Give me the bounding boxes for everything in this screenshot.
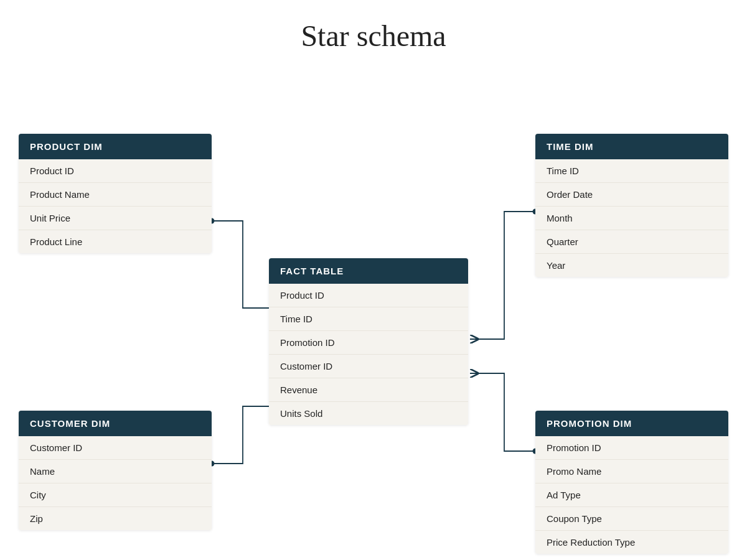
table-row: Time ID bbox=[269, 307, 468, 331]
time-dim-header: TIME DIM bbox=[535, 134, 728, 159]
table-row: Customer ID bbox=[19, 436, 212, 460]
table-row: Promo Name bbox=[535, 460, 728, 483]
table-row: Customer ID bbox=[269, 355, 468, 378]
table-row: Quarter bbox=[535, 230, 728, 254]
table-row: Month bbox=[535, 207, 728, 230]
table-row: Zip bbox=[19, 507, 212, 530]
promotion-dim-body: Promotion ID Promo Name Ad Type Coupon T… bbox=[535, 436, 728, 554]
table-row: Promotion ID bbox=[269, 331, 468, 355]
fact-table-header: FACT TABLE bbox=[269, 258, 468, 284]
table-row: Product ID bbox=[19, 159, 212, 183]
fact-table: FACT TABLE Product ID Time ID Promotion … bbox=[269, 258, 468, 425]
time-dim-table: TIME DIM Time ID Order Date Month Quarte… bbox=[535, 134, 728, 277]
table-row: Name bbox=[19, 460, 212, 483]
fact-table-body: Product ID Time ID Promotion ID Customer… bbox=[269, 284, 468, 425]
time-dim-body: Time ID Order Date Month Quarter Year bbox=[535, 159, 728, 277]
promotion-dim-header: PROMOTION DIM bbox=[535, 411, 728, 436]
table-row: Product Name bbox=[19, 183, 212, 207]
table-row: Promotion ID bbox=[535, 436, 728, 460]
table-row: Ad Type bbox=[535, 483, 728, 507]
customer-dim-body: Customer ID Name City Zip bbox=[19, 436, 212, 530]
diagram-container: PRODUCT DIM Product ID Product Name Unit… bbox=[0, 65, 747, 560]
customer-dim-header: CUSTOMER DIM bbox=[19, 411, 212, 436]
table-row: Price Reduction Type bbox=[535, 531, 728, 554]
table-row: Revenue bbox=[269, 378, 468, 402]
table-row: Coupon Type bbox=[535, 507, 728, 531]
table-row: City bbox=[19, 483, 212, 507]
table-row: Time ID bbox=[535, 159, 728, 183]
page-title: Star schema bbox=[0, 0, 747, 65]
customer-dim-table: CUSTOMER DIM Customer ID Name City Zip bbox=[19, 411, 212, 530]
table-row: Year bbox=[535, 254, 728, 277]
table-row: Product Line bbox=[19, 230, 212, 253]
promotion-dim-table: PROMOTION DIM Promotion ID Promo Name Ad… bbox=[535, 411, 728, 554]
product-dim-header: PRODUCT DIM bbox=[19, 134, 212, 159]
product-dim-body: Product ID Product Name Unit Price Produ… bbox=[19, 159, 212, 253]
table-row: Product ID bbox=[269, 284, 468, 307]
table-row: Unit Price bbox=[19, 207, 212, 230]
product-dim-table: PRODUCT DIM Product ID Product Name Unit… bbox=[19, 134, 212, 253]
table-row: Units Sold bbox=[269, 402, 468, 425]
table-row: Order Date bbox=[535, 183, 728, 207]
